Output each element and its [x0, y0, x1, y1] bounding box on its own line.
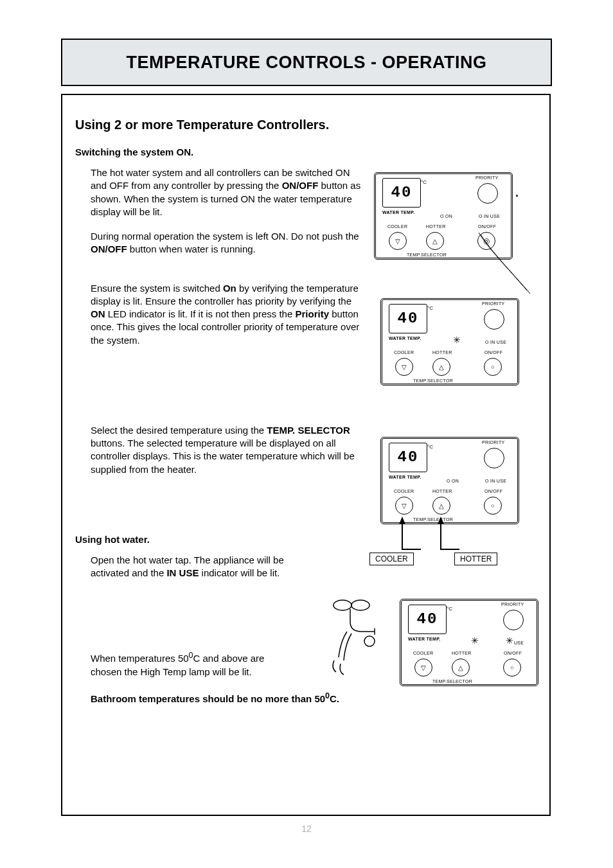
arrow-line: [402, 549, 421, 550]
arrow-up-icon: [438, 517, 444, 524]
svg-point-2: [364, 636, 375, 646]
cooler-button-icon: [414, 659, 432, 677]
switching-on-heading: Switching the system ON.: [75, 146, 537, 157]
controller-diagram-selector: 40 °C PRIORITY WATER TEMP. O ON O IN USE…: [380, 437, 519, 524]
paragraph-6: When temperatures 500C and above are cho…: [91, 650, 296, 678]
cooler-button-icon: [395, 497, 413, 515]
hotter-button-icon: [452, 659, 470, 677]
page-title: TEMPERATURE CONTROLS - OPERATING: [127, 53, 487, 73]
arrow-line: [440, 549, 459, 550]
content-box: Using 2 or more Temperature Controllers.…: [61, 94, 551, 816]
onoff-button-icon: [503, 659, 521, 677]
controller-diagram-priority: 40 °C PRIORITY WATER TEMP. ✳ O IN USE CO…: [380, 298, 519, 385]
title-banner: TEMPERATURE CONTROLS - OPERATING: [61, 39, 552, 86]
paragraph-5: Open the hot water tap. The appliance wi…: [91, 554, 296, 580]
inuse-led-spark-icon: ✳: [506, 636, 513, 645]
priority-button-icon: [477, 183, 498, 204]
temp-display: 40: [382, 178, 421, 208]
arrow-line: [440, 524, 441, 550]
paragraph-4: Select the desired temperature using the…: [91, 424, 367, 476]
temp-display: 40: [408, 605, 447, 634]
pointing-hand-icon: [479, 233, 537, 297]
controller-diagram-inuse: 40 °C PRIORITY WATER TEMP. ✳ ✳ USE COOLE…: [400, 599, 538, 686]
cooler-callout: COOLER: [369, 553, 414, 565]
svg-point-1: [351, 600, 369, 610]
using-hotwater-heading: Using hot water.: [75, 534, 537, 545]
arrow-up-icon: [399, 517, 405, 524]
temp-display: 40: [389, 443, 427, 472]
hotter-button-icon: [432, 497, 450, 515]
priority-button-icon: [503, 610, 524, 630]
bathroom-warning: Bathroom temperatures should be no more …: [91, 691, 537, 704]
on-led-spark-icon: ✳: [471, 636, 479, 645]
hotter-callout: HOTTER: [454, 553, 497, 565]
hotter-button-icon: [432, 358, 450, 376]
arrow-line: [402, 524, 403, 550]
cooler-button-icon: [395, 358, 413, 376]
paragraph-2: During normal operation the system is le…: [91, 230, 367, 256]
onoff-button-icon: [484, 497, 502, 515]
svg-point-0: [333, 600, 351, 610]
dot: .: [515, 186, 519, 200]
paragraph-1: The hot water system and all controllers…: [91, 166, 367, 218]
faucet-icon: [324, 596, 395, 686]
priority-button-icon: [484, 448, 504, 468]
temp-display: 40: [389, 304, 427, 333]
section-title: Using 2 or more Temperature Controllers.: [75, 118, 537, 132]
onoff-button-icon: [484, 358, 502, 376]
priority-button-icon: [484, 309, 504, 330]
cooler-button-icon: [389, 232, 407, 250]
on-led-spark-icon: ✳: [453, 335, 461, 344]
page-number: 12: [0, 824, 613, 834]
hotter-button-icon: [426, 232, 444, 250]
paragraph-3: Ensure the system is switched On by veri…: [91, 282, 367, 347]
